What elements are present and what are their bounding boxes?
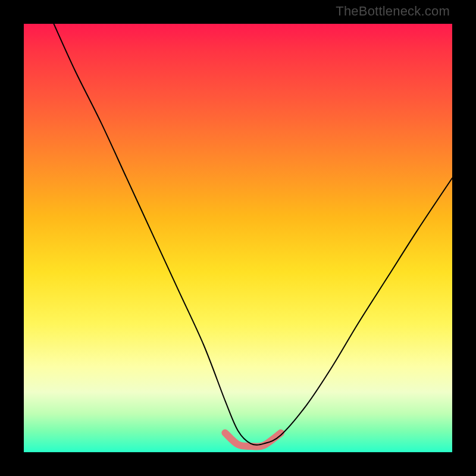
black-curve-path (54, 24, 452, 445)
chart-frame: TheBottleneck.com (0, 0, 476, 476)
plot-area (24, 24, 452, 452)
curves-svg (24, 24, 452, 452)
watermark-text: TheBottleneck.com (336, 4, 450, 19)
